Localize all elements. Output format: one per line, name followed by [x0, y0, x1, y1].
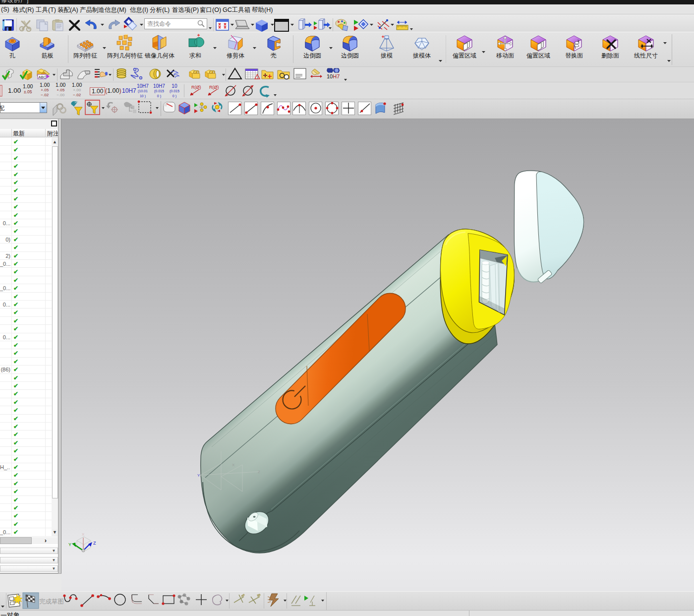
- svg-text:R(Ø): R(Ø): [209, 85, 219, 90]
- svg-text:R(Ø): R(Ø): [191, 85, 201, 90]
- svg-text:X: X: [232, 463, 235, 467]
- svg-text:Z: Z: [93, 541, 96, 546]
- svg-text:X: X: [82, 532, 85, 537]
- svg-text:10H7: 10H7: [327, 73, 340, 79]
- svg-text:Z: Z: [258, 470, 260, 474]
- svg-text:Y: Y: [197, 473, 200, 478]
- svg-text:Y: Y: [68, 542, 71, 547]
- svg-text:ABC: ABC: [39, 75, 47, 79]
